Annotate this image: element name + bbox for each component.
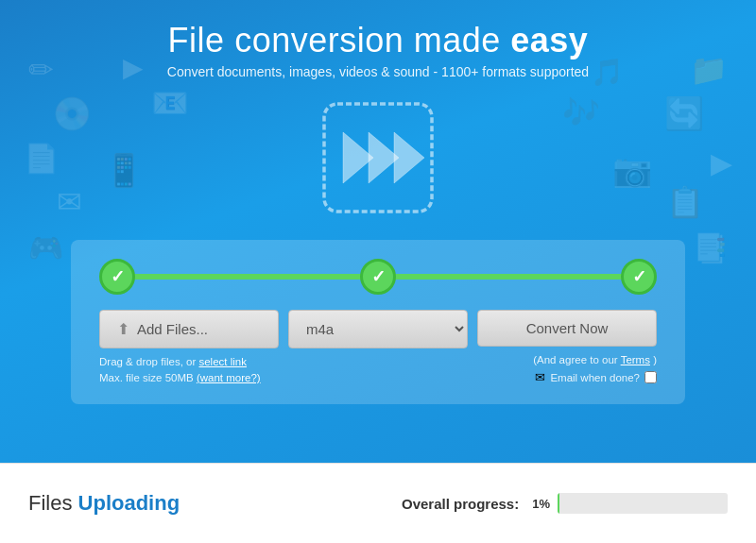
format-column: m4a mp3 mp4 avi wav flac ogg aac: [279, 310, 477, 348]
step-3-check: ✓: [632, 266, 646, 287]
bg-icon-copy2: 📑: [693, 231, 728, 264]
terms-prefix: (And agree to our: [533, 354, 618, 365]
convert-column: Convert Now (And agree to our Terms ) ✉ …: [477, 310, 657, 384]
upload-arrow-icon: ⬆: [117, 320, 129, 338]
bg-icon-music: 🎵: [591, 57, 624, 88]
format-select[interactable]: m4a mp3 mp4 avi wav flac ogg aac: [288, 310, 468, 348]
drag-text-line1: Drag & drop files, or: [99, 356, 196, 367]
uploading-word: Uploading: [78, 491, 180, 515]
files-uploading-label: Files Uploading: [28, 491, 180, 516]
bg-icon-pencil: ✏: [28, 52, 54, 88]
overall-progress-label: Overall progress:: [402, 496, 519, 512]
bg-icon-gamepad: 🎮: [28, 231, 63, 264]
steps-row: ✓ ✓ ✓: [99, 259, 657, 295]
drag-drop-text: Drag & drop files, or select link Max. f…: [99, 354, 279, 387]
terms-link[interactable]: Terms: [621, 354, 650, 365]
bg-icon-camera: 📷: [612, 151, 652, 189]
step-line-2: [394, 274, 623, 280]
drag-text-line2: Max. file size 50MB: [99, 372, 194, 383]
title-emphasis: easy: [510, 21, 588, 59]
page-title: File conversion made easy: [168, 21, 589, 60]
bg-icon-phone: 📱: [104, 151, 144, 189]
controls-row: ⬆ Add Files... Drag & drop files, or sel…: [99, 310, 657, 387]
email-icon: ✉: [535, 370, 545, 384]
subtitle: Convert documents, images, videos & soun…: [167, 64, 589, 79]
step-3-circle: ✓: [621, 259, 657, 295]
terms-close: ): [653, 354, 657, 365]
bg-icon-copy: 📋: [666, 184, 704, 220]
step-2-check: ✓: [371, 266, 386, 287]
email-row: ✉ Email when done?: [535, 370, 657, 384]
select-link[interactable]: select link: [198, 356, 247, 367]
bg-icon-cd: 💿: [52, 94, 92, 132]
bg-icon-refresh: 🔄: [664, 94, 704, 132]
bg-icon-arrow: ▶: [123, 52, 144, 83]
progress-container: Overall progress: 1%: [402, 493, 728, 514]
center-logo: [317, 96, 439, 219]
step-1-circle: ✓: [99, 259, 135, 295]
bg-icon-envelope2: 📧: [151, 85, 189, 121]
files-word: Files: [28, 491, 78, 515]
add-files-column: ⬆ Add Files... Drag & drop files, or sel…: [99, 310, 279, 387]
svg-marker-3: [394, 132, 424, 183]
progress-bar-wrapper: 1%: [532, 493, 728, 514]
top-section: ✏ 💿 📄 ✉ 🎮 ▶ 📧 📱 📁 🔄 ▶ 📋 📑 🎵 🎶 📷 File con…: [0, 0, 756, 463]
bg-icon-doc: 📄: [24, 142, 59, 175]
add-files-label: Add Files...: [137, 321, 208, 337]
bg-icon-play: ▶: [711, 146, 732, 179]
bottom-section: Files Uploading Overall progress: 1%: [0, 463, 756, 543]
bg-icon-envelope: ✉: [57, 184, 82, 220]
progress-bar-fill: [558, 493, 559, 514]
step-2-circle: ✓: [360, 259, 396, 295]
step-line-1: [133, 274, 362, 280]
terms-text: (And agree to our Terms ): [533, 352, 657, 368]
progress-percent: 1%: [532, 497, 550, 511]
add-files-button[interactable]: ⬆ Add Files...: [99, 310, 279, 348]
email-when-done-checkbox[interactable]: [644, 371, 657, 383]
step-1-check: ✓: [111, 266, 125, 287]
convert-now-button[interactable]: Convert Now: [477, 310, 657, 347]
converter-box: ✓ ✓ ✓ ⬆ Add Files... Drag & drop files, …: [71, 240, 685, 404]
bg-icon-note: 🎶: [562, 94, 600, 130]
want-more-link[interactable]: (want more?): [197, 372, 261, 383]
email-when-done-label: Email when done?: [550, 372, 640, 383]
progress-bar-background: [558, 493, 728, 514]
bg-icon-folder: 📁: [690, 52, 728, 88]
